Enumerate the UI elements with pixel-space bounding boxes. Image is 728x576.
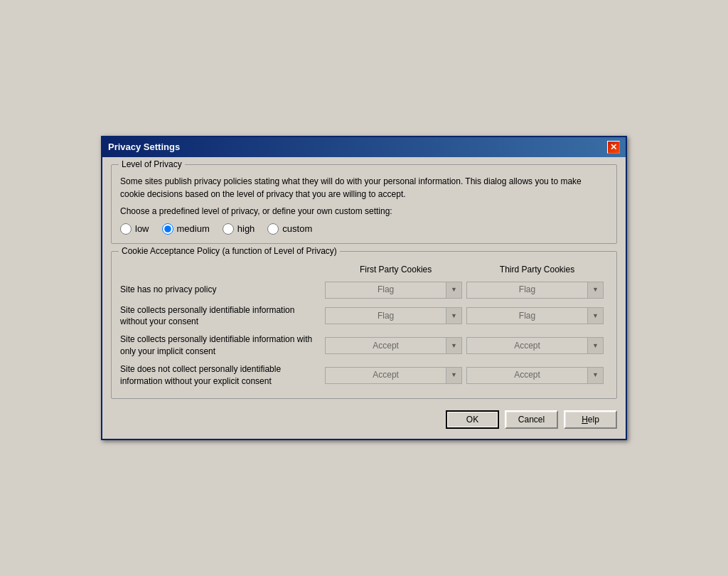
title-bar-text: Privacy Settings [108, 142, 180, 152]
row-2-third-party-dropdown[interactable]: Accept [466, 337, 604, 354]
row-0-third-party-dropdown[interactable]: Flag [466, 282, 604, 299]
table-row: Site does not collect personally identif… [120, 361, 608, 390]
row-1-third-party-cell: Flag [466, 302, 608, 331]
radio-low[interactable] [120, 223, 132, 235]
close-button[interactable]: ✕ [607, 141, 620, 154]
dialog-window: Privacy Settings ✕ Level of Privacy Some… [101, 136, 627, 441]
cookie-group-label: Cookie Acceptance Policy (a function of … [119, 246, 340, 256]
help-button[interactable]: Help [564, 410, 617, 429]
ok-button[interactable]: OK [446, 410, 499, 429]
privacy-group-box: Level of Privacy Some sites publish priv… [111, 164, 617, 244]
dropdown-arrow-icon [587, 308, 603, 324]
radio-option-custom[interactable]: custom [267, 223, 312, 235]
row-0-first-party-value: Flag [326, 282, 446, 297]
col-header-empty [120, 265, 325, 279]
row-2-label: Site collects personally identifiable in… [120, 331, 325, 361]
buttons-row: OK Cancel Help [111, 406, 617, 430]
row-0-third-party-value: Flag [467, 282, 587, 297]
title-bar: Privacy Settings ✕ [102, 137, 626, 157]
row-1-first-party-cell: Flag [325, 302, 466, 331]
cancel-button[interactable]: Cancel [505, 410, 558, 429]
row-3-label: Site does not collect personally identif… [120, 361, 325, 390]
row-3-third-party-dropdown[interactable]: Accept [466, 367, 604, 384]
row-0-label: Site has no privacy policy [120, 279, 325, 302]
row-3-first-party-cell: Accept [325, 361, 466, 390]
col-header-third-party: Third Party Cookies [466, 265, 608, 279]
row-0-first-party-dropdown[interactable]: Flag [325, 282, 462, 299]
row-0-first-party-cell: Flag [325, 279, 466, 302]
cookie-table: First Party Cookies Third Party Cookies … [120, 265, 608, 390]
row-1-third-party-dropdown[interactable]: Flag [466, 307, 604, 324]
table-row: Site collects personally identifiable in… [120, 331, 608, 361]
radio-medium[interactable] [162, 223, 173, 235]
dropdown-arrow-icon [446, 368, 461, 383]
radio-label-medium: medium [177, 223, 210, 234]
row-2-third-party-cell: Accept [466, 331, 608, 361]
radio-option-high[interactable]: high [223, 223, 255, 235]
close-icon: ✕ [610, 143, 617, 151]
row-1-first-party-dropdown[interactable]: Flag [325, 307, 462, 324]
radio-label-high: high [237, 223, 255, 234]
dialog-body: Level of Privacy Some sites publish priv… [102, 157, 626, 439]
row-0-third-party-cell: Flag [466, 279, 608, 302]
dropdown-arrow-icon [587, 338, 603, 353]
dropdown-arrow-icon [587, 368, 603, 383]
dropdown-arrow-icon [446, 338, 461, 353]
help-rest: elp [588, 415, 599, 425]
dropdown-arrow-icon [587, 282, 603, 298]
privacy-group-label: Level of Privacy [119, 159, 185, 169]
dropdown-arrow-icon [446, 282, 461, 298]
radio-label-low: low [135, 223, 149, 234]
table-row: Site has no privacy policy Flag Flag [120, 279, 608, 302]
row-2-third-party-value: Accept [467, 338, 587, 353]
radio-high[interactable] [223, 223, 234, 235]
radio-option-medium[interactable]: medium [162, 223, 210, 235]
privacy-radio-group: low medium high custom [120, 223, 608, 235]
row-3-third-party-cell: Accept [466, 361, 608, 390]
privacy-choose-text: Choose a predefined level of privacy, or… [120, 206, 608, 216]
radio-custom[interactable] [267, 223, 279, 235]
row-1-first-party-value: Flag [326, 309, 446, 324]
row-2-first-party-dropdown[interactable]: Accept [325, 337, 462, 354]
dropdown-arrow-icon [446, 308, 461, 324]
col-header-first-party: First Party Cookies [325, 265, 466, 279]
table-row: Site collects personally identifiable in… [120, 302, 608, 331]
row-2-first-party-cell: Accept [325, 331, 466, 361]
row-1-third-party-value: Flag [467, 309, 587, 324]
cookie-group-box: Cookie Acceptance Policy (a function of … [111, 251, 617, 400]
radio-label-custom: custom [282, 223, 312, 234]
row-3-first-party-dropdown[interactable]: Accept [325, 367, 462, 384]
row-2-first-party-value: Accept [326, 338, 446, 353]
row-3-first-party-value: Accept [326, 368, 446, 383]
privacy-description: Some sites publish privacy policies stat… [120, 175, 608, 201]
row-1-label: Site collects personally identifiable in… [120, 302, 325, 331]
radio-option-low[interactable]: low [120, 223, 149, 235]
help-underline-h: H [582, 415, 588, 425]
row-3-third-party-value: Accept [467, 368, 587, 383]
